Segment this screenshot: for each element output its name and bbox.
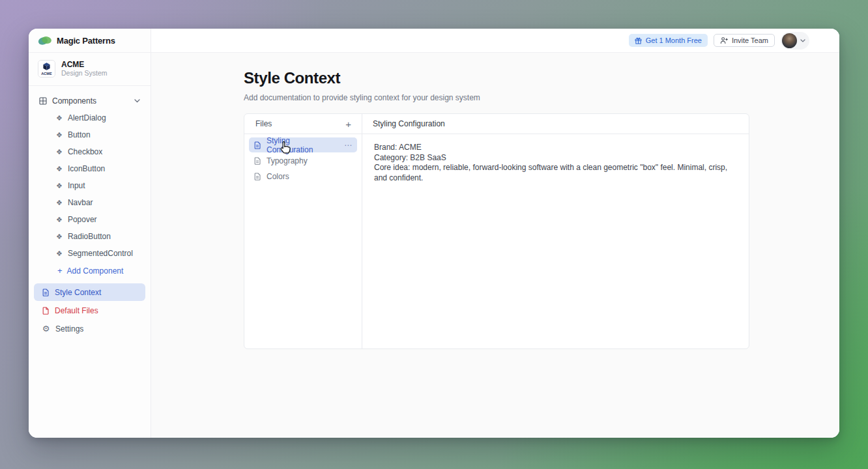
component-icon: ❖ (56, 165, 63, 173)
component-label: Button (68, 130, 91, 139)
sidebar-item-iconbutton[interactable]: ❖IconButton (34, 160, 145, 177)
sidebar-item-alertdialog[interactable]: ❖AlertDialog (34, 109, 145, 126)
user-plus-icon (720, 36, 728, 44)
invite-team-button[interactable]: Invite Team (714, 34, 775, 47)
add-component-label: Add Component (67, 266, 124, 276)
brand-name: Magic Patterns (57, 36, 115, 46)
detail-body[interactable]: Brand: ACME Category: B2B SaaS Core idea… (362, 134, 749, 192)
component-label: IconButton (68, 164, 105, 173)
detail-line: Category: B2B SaaS (374, 153, 737, 163)
sidebar-item-style-context[interactable]: Style Context (34, 283, 145, 301)
file-label: Colors (267, 172, 289, 181)
sidebar: Magic Patterns ACME ACME Design System C… (29, 29, 151, 438)
component-label: SegmentedControl (68, 249, 133, 258)
workspace-switcher[interactable]: ACME ACME Design System (29, 53, 151, 86)
sidebar-item-checkbox[interactable]: ❖Checkbox (34, 143, 145, 160)
document-icon (253, 173, 261, 180)
detail-header: Styling Configuration (362, 114, 749, 134)
sidebar-section-components[interactable]: Components (34, 92, 145, 109)
page-subtitle: Add documentation to provide styling con… (244, 93, 839, 102)
component-icon: ❖ (56, 233, 63, 240)
brand-header[interactable]: Magic Patterns (29, 29, 151, 53)
sidebar-item-default-files[interactable]: Default Files (34, 302, 145, 319)
file-label: Typography (267, 156, 308, 165)
sidebar-item-popover[interactable]: ❖Popover (34, 211, 145, 228)
chevron-down-icon (134, 99, 140, 103)
grid-icon (39, 97, 47, 105)
component-label: RadioButton (68, 232, 111, 241)
file-detail-column: Styling Configuration Brand: ACME Catego… (362, 114, 749, 348)
workspace-name: ACME (61, 60, 108, 69)
document-icon (253, 141, 261, 149)
files-header: Files + (244, 114, 362, 134)
component-label: AlertDialog (68, 113, 106, 122)
sidebar-item-input[interactable]: ❖Input (34, 177, 145, 194)
style-context-panel: Files + Styling Configuration ⋯ (244, 113, 749, 349)
sidebar-item-settings[interactable]: ⚙ Settings (34, 320, 145, 337)
document-icon (42, 289, 50, 296)
sidebar-item-button[interactable]: ❖Button (34, 126, 145, 143)
component-icon: ❖ (56, 132, 63, 139)
magic-patterns-logo-icon (38, 35, 52, 46)
promo-label: Get 1 Month Free (646, 36, 702, 44)
invite-label: Invite Team (732, 36, 768, 44)
sidebar-item-radiobutton[interactable]: ❖RadioButton (34, 228, 145, 245)
file-icon (42, 307, 50, 315)
file-item-colors[interactable]: Colors (249, 169, 357, 184)
file-list: Styling Configuration ⋯ Typography (244, 134, 362, 188)
component-icon: ❖ (56, 115, 63, 122)
settings-label: Settings (55, 324, 83, 334)
gear-icon: ⚙ (42, 324, 50, 333)
component-label: Checkbox (68, 147, 102, 156)
component-icon: ❖ (56, 149, 63, 156)
add-component-button[interactable]: + Add Component (34, 262, 145, 279)
add-file-button[interactable]: + (343, 118, 354, 130)
topbar: Get 1 Month Free Invite Team (151, 29, 839, 53)
get-month-free-button[interactable]: Get 1 Month Free (629, 34, 708, 47)
component-icon: ❖ (56, 250, 63, 257)
file-options-icon[interactable]: ⋯ (344, 141, 353, 150)
workspace-avatar: ACME (38, 60, 55, 78)
components-label: Components (52, 96, 96, 106)
page-title: Style Context (244, 69, 839, 87)
component-label: Navbar (68, 198, 93, 207)
document-icon (253, 157, 261, 165)
main-column: Get 1 Month Free Invite Team Style Conte… (151, 29, 839, 438)
gift-icon (635, 37, 642, 44)
component-icon: ❖ (56, 182, 63, 190)
default-files-label: Default Files (55, 306, 98, 315)
chevron-down-icon (800, 39, 805, 42)
file-label: Styling Configuration (267, 136, 334, 154)
component-icon: ❖ (56, 199, 63, 206)
main-content: Style Context Add documentation to provi… (151, 53, 839, 438)
plus-icon: + (57, 266, 63, 275)
user-avatar (782, 33, 797, 48)
detail-line: Core idea: modern, reliable, forward-loo… (374, 163, 737, 183)
svg-text:ACME: ACME (41, 72, 52, 76)
style-context-label: Style Context (55, 288, 101, 297)
sidebar-nav: Components ❖AlertDialog ❖Button ❖Checkbo… (29, 86, 151, 338)
sidebar-item-navbar[interactable]: ❖Navbar (34, 194, 145, 211)
component-icon: ❖ (56, 216, 63, 223)
component-label: Input (68, 181, 85, 190)
files-column: Files + Styling Configuration ⋯ (244, 114, 362, 348)
detail-line: Brand: ACME (374, 143, 737, 153)
workspace-subtitle: Design System (61, 69, 108, 78)
files-title: Files (255, 119, 343, 128)
workspace-info: ACME Design System (61, 60, 108, 78)
file-item-styling-configuration[interactable]: Styling Configuration ⋯ (249, 137, 357, 152)
sidebar-item-segmentedcontrol[interactable]: ❖SegmentedControl (34, 245, 145, 262)
app-window: Magic Patterns ACME ACME Design System C… (29, 29, 839, 438)
component-label: Popover (68, 215, 97, 224)
file-item-typography[interactable]: Typography (249, 153, 357, 168)
account-menu[interactable] (781, 32, 809, 50)
